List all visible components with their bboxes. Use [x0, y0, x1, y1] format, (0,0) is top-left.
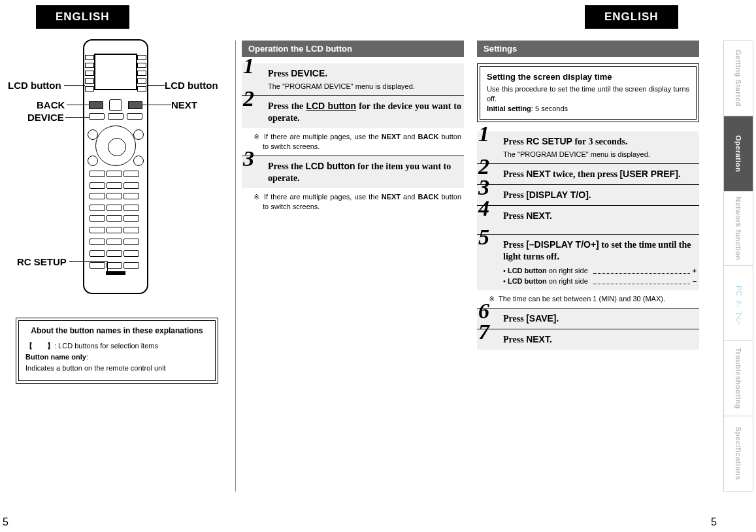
label-next: NEXT: [171, 99, 197, 110]
lang-tab-left: ENGLISH: [36, 5, 129, 29]
col-operation: Operation the LCD button 1 Press DEVICE.…: [242, 41, 464, 216]
label-back: BACK: [37, 99, 65, 110]
s6: 6 Press [SAVE].: [477, 308, 699, 329]
page-number-left: 5: [3, 516, 8, 528]
page-number-right: 5: [711, 516, 717, 528]
s1: 1 Press RC SETUP for 3 seconds. The "PRO…: [477, 131, 699, 163]
lang-tab-right: ENGLISH: [585, 5, 678, 29]
nav-operation[interactable]: Operation: [724, 116, 753, 191]
s2: 2 Press NEXT twice, then press [USER PRE…: [477, 164, 699, 184]
about-title: About the button names in these explanat…: [25, 326, 208, 335]
note-1: ※If there are multiple pages, use the NE…: [251, 128, 464, 156]
remote-diagram: LCD button LCD button BACK DEVICE NEXT R…: [8, 39, 217, 307]
s4: 4 Press NEXT.: [477, 206, 699, 234]
s5: 5 Press [–DISPLAY T/O+] to set the time …: [477, 235, 699, 290]
nav-network[interactable]: Network function: [724, 191, 753, 267]
label-device: DEVICE: [27, 112, 64, 123]
section-header-settings: Settings: [477, 41, 699, 57]
nav-getting-started[interactable]: Getting Started: [724, 41, 753, 116]
section-header-operation: Operation the LCD button: [242, 41, 464, 57]
nav-pc-app[interactable]: PCアプリ: [724, 266, 753, 341]
about-box: About the button names in these explanat…: [16, 318, 218, 384]
step-1: 1 Press DEVICE. The "PROGRAM DEVICE" men…: [242, 63, 464, 95]
label-rc-setup: RC SETUP: [17, 256, 67, 267]
note-2: ※If there are multiple pages, use the NE…: [251, 188, 464, 216]
side-nav: Getting Started Operation Network functi…: [723, 41, 753, 491]
setting-box: Setting the screen display time Use this…: [477, 63, 699, 122]
col-settings: Settings Setting the screen display time…: [477, 41, 699, 350]
label-lcd-right: LCD button: [165, 80, 218, 91]
step-3: 3 Press the LCD button for the item you …: [242, 156, 464, 188]
label-lcd-left: LCD button: [8, 80, 61, 91]
nav-specifications[interactable]: Specifications: [724, 416, 753, 491]
nav-troubleshooting[interactable]: Troubleshooting: [724, 341, 753, 416]
s5-note: ※The time can be set between 1 (MIN) and…: [486, 290, 699, 308]
s7: 7 Press NEXT.: [477, 329, 699, 350]
step-2: 2 Press the LCD button for the device yo…: [242, 96, 464, 128]
s3: 3 Press [DISPLAY T/O].: [477, 185, 699, 205]
